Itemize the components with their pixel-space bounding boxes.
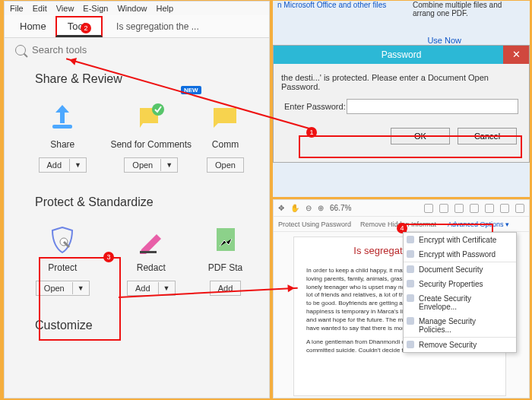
tool-share[interactable]: Share Add▼ [18, 95, 107, 173]
svg-rect-3 [140, 251, 157, 253]
share-icon [46, 100, 78, 132]
zoom-out-icon[interactable]: ⊖ [306, 204, 312, 212]
menu-window[interactable]: Window [117, 4, 147, 13]
tool-send-comments-label: Send for Comments [107, 139, 196, 150]
office-text-right: Combine multiple files and arrang one PD… [413, 1, 511, 17]
password-screenshot: n Microsoft Office and other files Combi… [273, 1, 530, 197]
close-icon[interactable]: ✕ [503, 46, 529, 64]
protect-shield-icon [46, 224, 78, 256]
dialog-title: Password [382, 49, 422, 60]
section-share-review: Share & Review [5, 62, 269, 89]
toolbar-icon[interactable] [515, 204, 524, 213]
send-comments-icon [135, 100, 167, 132]
chevron-down-icon[interactable]: ▼ [69, 159, 86, 171]
use-now-link[interactable]: Use Now [427, 36, 461, 45]
pointer-icon[interactable]: ✥ [278, 204, 284, 212]
tab-home[interactable]: Home [11, 16, 55, 37]
menu-item-manage-policies[interactable]: Manage Security Policies... [404, 314, 516, 338]
advanced-toolbar: ✥ ✋ ⊖ ⊕ 66.7% [274, 200, 529, 217]
menu-item-security-envelope[interactable]: Create Security Envelope... [404, 291, 516, 314]
share-add-button[interactable]: Add▼ [39, 157, 87, 173]
menu-help[interactable]: Help [157, 4, 174, 13]
tool-send-comments[interactable]: Send for Comments Open▼ [107, 95, 196, 173]
tab-tools[interactable]: Tools [55, 16, 103, 37]
search-row [5, 38, 269, 62]
dialog-title-bar: Password ✕ [274, 46, 529, 64]
chevron-down-icon[interactable]: ▼ [160, 159, 177, 171]
comment-open-button[interactable]: Open [207, 157, 244, 173]
menu-bar: File Edit View E-Sign Window Help [5, 2, 269, 15]
tool-pdfstd-label: PDF Sta [195, 262, 255, 273]
toolbar-icon[interactable] [500, 204, 509, 213]
pdfstd-add-button[interactable]: Add [210, 281, 242, 296]
menu-view[interactable]: View [56, 4, 74, 13]
tool-pdf-standards[interactable]: PDF Sta Add [195, 218, 255, 296]
toolbar-icon[interactable] [485, 204, 494, 213]
toolbar-icon[interactable] [454, 204, 464, 213]
menu-item-remove-security[interactable]: Remove Security [404, 338, 516, 352]
search-input[interactable] [32, 44, 258, 56]
tool-share-label: Share [18, 139, 107, 150]
menu-file[interactable]: File [10, 4, 24, 13]
toolbar-icon[interactable] [470, 204, 479, 213]
hand-icon[interactable]: ✋ [290, 204, 299, 212]
menu-edit[interactable]: Edit [33, 4, 47, 13]
callout-3: 3 [103, 252, 114, 262]
menu-esign[interactable]: E-Sign [83, 4, 108, 13]
svg-rect-0 [52, 125, 72, 129]
advanced-options-menu: Encrypt with Certificate Encrypt with Pa… [403, 232, 517, 353]
search-icon [15, 45, 26, 56]
menu-item-doc-security[interactable]: Document Security [404, 262, 516, 277]
section-protect-standardize: Protect & Standardize [5, 173, 269, 212]
chevron-down-icon[interactable]: ▼ [158, 282, 175, 294]
highlight-password-field [299, 135, 522, 158]
menu-item-encrypt-pw[interactable]: Encrypt with Password [404, 247, 516, 262]
acrobat-tools-pane: File Edit View E-Sign Window Help Home T… [4, 1, 270, 398]
zoom-in-icon[interactable]: ⊕ [318, 204, 324, 212]
protect-using-password[interactable]: Protect Using Password [278, 221, 351, 228]
tab-bar: Home Tools Is segregation the ... [5, 15, 269, 38]
toolbar-icon[interactable] [439, 204, 448, 213]
svg-rect-4 [217, 228, 235, 251]
redact-icon [135, 224, 167, 256]
toolbar-icon[interactable] [424, 204, 433, 213]
callout-2: 2 [81, 23, 91, 33]
tab-document[interactable]: Is segregation the ... [116, 21, 199, 32]
tool-comment-label: Comm [195, 139, 255, 150]
menu-item-security-props[interactable]: Security Properties [404, 277, 516, 291]
tool-comment[interactable]: Comm Open [195, 95, 255, 173]
highlight-protect [39, 257, 121, 341]
tool-row-share: NEW Share Add▼ Send for Comments Open▼ C… [5, 89, 269, 173]
zoom-level[interactable]: 66.7% [330, 204, 351, 212]
password-input[interactable] [347, 99, 518, 114]
pdf-standards-icon [209, 224, 241, 256]
password-label: Enter Password: [284, 102, 347, 111]
office-text-left: n Microsoft Office and other files [277, 1, 386, 9]
dialog-message: the desti...' is protected. Please enter… [274, 64, 529, 96]
send-comments-open-button[interactable]: Open▼ [124, 157, 178, 173]
menu-item-encrypt-cert[interactable]: Encrypt with Certificate [404, 233, 516, 247]
